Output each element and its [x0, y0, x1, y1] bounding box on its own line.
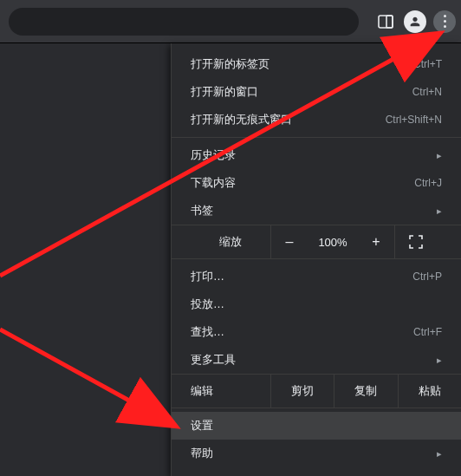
menu-zoom-row: 缩放 – 100% + — [172, 225, 461, 259]
profile-icon[interactable] — [404, 10, 426, 33]
edit-paste-button[interactable]: 粘贴 — [399, 383, 461, 399]
menu-item-label: 查找… — [191, 324, 413, 340]
menu-item-label: 书签 — [191, 203, 432, 218]
menu-item-label: 打开新的标签页 — [191, 56, 413, 72]
submenu-indicator-icon: ▸ — [437, 205, 442, 217]
edit-cut-button[interactable]: 剪切 — [271, 383, 334, 399]
menu-cast[interactable]: 投放… — [172, 290, 461, 318]
menu-new-tab[interactable]: 打开新的标签页 Ctrl+T — [172, 50, 461, 78]
omnibox[interactable] — [9, 8, 359, 36]
zoom-in-button[interactable]: + — [358, 234, 394, 250]
edit-copy-button[interactable]: 复制 — [334, 383, 397, 399]
menu-bookmarks[interactable]: 书签 ▸ — [172, 197, 461, 225]
zoom-out-button[interactable]: – — [271, 234, 308, 250]
menu-item-accel: Ctrl+P — [412, 271, 442, 283]
menu-item-accel: Ctrl+N — [412, 86, 442, 98]
submenu-indicator-icon: ▸ — [437, 448, 442, 460]
menu-new-incognito[interactable]: 打开新的无痕式窗口 Ctrl+Shift+N — [172, 106, 461, 134]
submenu-indicator-icon: ▸ — [437, 150, 442, 161]
menu-new-window[interactable]: 打开新的窗口 Ctrl+N — [172, 78, 461, 106]
menu-downloads[interactable]: 下载内容 Ctrl+J — [172, 169, 461, 197]
menu-item-label: 打开新的窗口 — [191, 84, 412, 100]
menu-item-label: 投放… — [191, 297, 442, 312]
menu-item-label: 帮助 — [191, 446, 432, 461]
menu-item-label: 打印… — [191, 269, 412, 284]
menu-item-label: 设置 — [191, 418, 442, 434]
menu-more-tools[interactable]: 更多工具 ▸ — [172, 346, 461, 374]
menu-find[interactable]: 查找… Ctrl+F — [172, 318, 461, 346]
menu-help[interactable]: 帮助 ▸ — [172, 440, 461, 467]
menu-edit-row: 编辑 剪切 复制 粘贴 — [172, 374, 461, 408]
menu-item-label: 下载内容 — [191, 175, 414, 191]
svg-rect-0 — [379, 16, 393, 28]
menu-item-accel: Ctrl+Shift+N — [386, 114, 442, 126]
fullscreen-icon[interactable] — [395, 235, 437, 249]
menu-settings[interactable]: 设置 — [172, 412, 461, 440]
menu-item-accel: Ctrl+F — [413, 326, 442, 338]
zoom-label: 缩放 — [191, 234, 270, 250]
zoom-value: 100% — [308, 236, 358, 249]
menu-item-accel: Ctrl+T — [413, 58, 442, 70]
submenu-indicator-icon: ▸ — [437, 355, 442, 366]
menu-item-label: 更多工具 — [191, 352, 432, 368]
menu-print[interactable]: 打印… Ctrl+P — [172, 263, 461, 290]
edit-label: 编辑 — [191, 383, 270, 399]
kebab-menu-icon[interactable] — [433, 10, 456, 33]
menu-separator — [172, 137, 461, 138]
menu-item-label: 历史记录 — [191, 147, 432, 163]
menu-item-accel: Ctrl+J — [414, 177, 442, 189]
menu-history[interactable]: 历史记录 ▸ — [172, 141, 461, 169]
browser-toolbar — [0, 0, 461, 43]
chrome-main-menu: 打开新的标签页 Ctrl+T 打开新的窗口 Ctrl+N 打开新的无痕式窗口 C… — [171, 43, 461, 476]
side-panel-icon[interactable] — [374, 10, 397, 33]
svg-rect-1 — [386, 16, 393, 28]
menu-item-label: 打开新的无痕式窗口 — [191, 112, 386, 127]
